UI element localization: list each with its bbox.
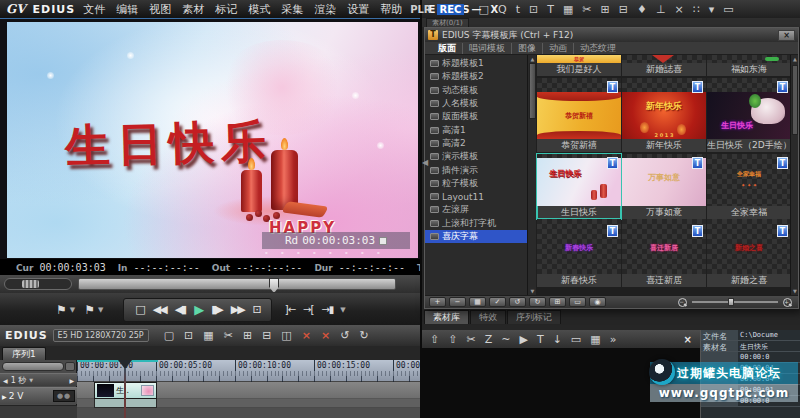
bin-tool-icon[interactable]: ∷ <box>693 3 700 16</box>
timeline-tool-icon[interactable]: ↺ <box>340 329 349 342</box>
library-tab[interactable]: 动态纹理 <box>574 43 622 54</box>
tab-bin[interactable]: 素材库 <box>424 310 469 324</box>
tab-sequence-markers[interactable]: 序列标记 <box>507 310 561 324</box>
lower-tool-icon[interactable]: ↓ <box>553 333 562 346</box>
tree-item[interactable]: 版面模板 <box>425 110 527 123</box>
transport-button[interactable]: ▶ <box>190 302 206 317</box>
chevron-down-icon[interactable]: ▼ <box>340 306 345 314</box>
bin-folder-tab[interactable]: 素材(0/1) <box>426 18 469 28</box>
bin-tool-icon[interactable]: ✂ <box>582 3 591 16</box>
menu-item[interactable]: 文件 <box>82 2 106 17</box>
lower-tool-icon[interactable]: T <box>537 333 544 346</box>
track-toggle-icons[interactable]: ●● <box>53 390 75 402</box>
bin-tool-icon[interactable]: ⊞ <box>601 3 610 16</box>
template-cell[interactable]: 恭贺 我们是好人 <box>537 55 621 76</box>
scroll-up-icon[interactable]: ▲ <box>791 56 798 62</box>
tree-item[interactable]: Layout11 <box>425 190 527 203</box>
template-cell[interactable]: 福如东海 <box>707 55 791 76</box>
template-cell[interactable]: T 喜迁新居 喜迁新居 <box>622 219 706 287</box>
timeline-zoom-slider[interactable] <box>2 362 64 371</box>
menu-item[interactable]: 采集 <box>280 2 304 17</box>
lower-tool-icon[interactable]: ▶ <box>519 333 527 346</box>
template-cell[interactable]: T 全家幸福 ✦ ✦ ✦ 全家幸福 <box>707 154 791 219</box>
timeline-tool-icon[interactable]: ▢ <box>164 329 174 342</box>
library-title-bar[interactable]: T EDIUS 字幕模板库 (Ctrl + F12) × <box>425 28 798 42</box>
library-tab[interactable]: 版面 <box>432 43 463 54</box>
timeline-tool-icon[interactable]: ⊞ <box>243 329 252 342</box>
tree-item[interactable]: 粒子模板 <box>425 177 527 190</box>
menu-item[interactable]: 标记 <box>214 2 238 17</box>
tree-item[interactable]: 演示模板 <box>425 150 527 163</box>
library-tool-button[interactable]: + <box>429 297 446 307</box>
lower-tool-icon[interactable]: ~ <box>501 333 510 346</box>
menu-item[interactable]: 视图 <box>148 2 172 17</box>
close-button[interactable]: X <box>488 4 500 15</box>
template-cell[interactable]: 新婚誌喜 <box>622 55 706 76</box>
template-cell-selected[interactable]: T 生日快乐 生日快乐 <box>537 154 621 219</box>
playhead-line[interactable] <box>124 368 126 418</box>
lower-tool-icon[interactable]: ▦ <box>590 333 600 346</box>
menu-item[interactable]: 素材 <box>181 2 205 17</box>
transport-button[interactable]: ▶▶ <box>227 303 248 316</box>
close-icon[interactable]: × <box>684 334 692 345</box>
library-tool-button[interactable]: ↺ <box>509 297 526 307</box>
tree-scrollbar[interactable]: ▲ ▼ <box>527 55 536 295</box>
tree-item[interactable]: 人名模板 <box>425 97 527 110</box>
shuttle-thumb[interactable] <box>22 280 39 288</box>
library-tool-button[interactable]: ⊞ <box>549 297 566 307</box>
timeline-header-button[interactable] <box>65 362 75 371</box>
tree-item[interactable]: 标题模板1 <box>425 57 527 70</box>
scroll-down-icon[interactable]: ▼ <box>791 288 798 294</box>
lower-tool-icon[interactable]: » <box>610 333 617 346</box>
lower-tool-icon[interactable]: ▭ <box>571 333 581 346</box>
bin-tool-icon[interactable]: ♦ <box>637 3 647 16</box>
position-thumb[interactable] <box>269 278 279 293</box>
library-tab[interactable]: 唱词模板 <box>463 43 512 54</box>
tree-item[interactable]: 喜庆字幕 <box>425 230 527 243</box>
timeline-tool-icon[interactable]: ✂ <box>224 329 233 342</box>
lower-tool-icon[interactable]: ✂ <box>466 333 475 346</box>
minimize-button[interactable]: — <box>469 4 483 15</box>
tree-item[interactable]: 动态模板 <box>425 84 527 97</box>
template-cell[interactable]: T 恭贺新禧 恭贺新禧 <box>537 78 621 152</box>
library-tool-button[interactable]: ▭ <box>569 297 586 307</box>
grid-scroll-thumb[interactable] <box>792 65 798 135</box>
plr-button[interactable]: PLR <box>410 4 431 15</box>
menu-item[interactable]: 设置 <box>346 2 370 17</box>
lower-tool-icon[interactable]: ⇧ <box>430 333 439 346</box>
tree-item[interactable]: 上滚和打字机 <box>425 217 527 230</box>
trim-button[interactable]: →▮ <box>318 304 336 315</box>
template-cell[interactable]: T 新婚之喜 新婚之喜 <box>707 219 791 287</box>
bin-tool-icon[interactable]: T <box>547 3 554 16</box>
panel-collapse-arrow-icon[interactable]: ◀ <box>422 158 428 167</box>
tree-item[interactable]: 标题模板2 <box>425 70 527 83</box>
transport-button[interactable]: ⊡ <box>249 303 264 316</box>
chevron-down-icon[interactable]: ▼ <box>98 306 103 314</box>
sequence-tab[interactable]: 序列1 <box>2 347 46 360</box>
menu-item[interactable]: 编辑 <box>115 2 139 17</box>
menu-item[interactable]: 帮助 <box>379 2 403 17</box>
bin-tool-icon[interactable]: ⊥ <box>656 3 666 16</box>
zoom-out-magnifier-icon[interactable]: − <box>678 298 687 307</box>
lower-lane[interactable] <box>77 408 420 418</box>
position-slider[interactable] <box>78 278 396 290</box>
zoom-in-magnifier-icon[interactable]: + <box>783 298 792 307</box>
library-tab[interactable]: 图像 <box>512 43 543 54</box>
timeline-tool-icon[interactable]: ▦ <box>203 329 213 342</box>
template-cell[interactable]: T 万事如意 万事如意 <box>622 154 706 219</box>
scale-left-arrow-icon[interactable]: ◀ <box>3 377 8 384</box>
template-cell[interactable]: T 新年快乐 2 0 1 3 新年快乐 <box>622 78 706 152</box>
trim-button[interactable]: ]← <box>282 304 298 315</box>
timeline-tool-icon[interactable]: × <box>302 329 311 342</box>
transport-button[interactable]: ◀▮ <box>171 303 190 316</box>
bin-tool-icon[interactable]: t <box>516 3 520 16</box>
trim-button[interactable]: →[ <box>300 304 316 315</box>
timeline-tool-icon[interactable]: ↻ <box>359 329 368 342</box>
tree-item[interactable]: 插件演示 <box>425 163 527 176</box>
scale-right-arrow-icon[interactable]: ▶ <box>69 377 74 384</box>
tree-scroll-thumb[interactable] <box>529 63 536 119</box>
menu-item[interactable]: 模式 <box>247 2 271 17</box>
set-in-flag-icon[interactable]: ⚑ <box>56 303 67 317</box>
lower-tool-icon[interactable]: Z <box>485 333 493 346</box>
tree-item[interactable]: 高清2 <box>425 137 527 150</box>
